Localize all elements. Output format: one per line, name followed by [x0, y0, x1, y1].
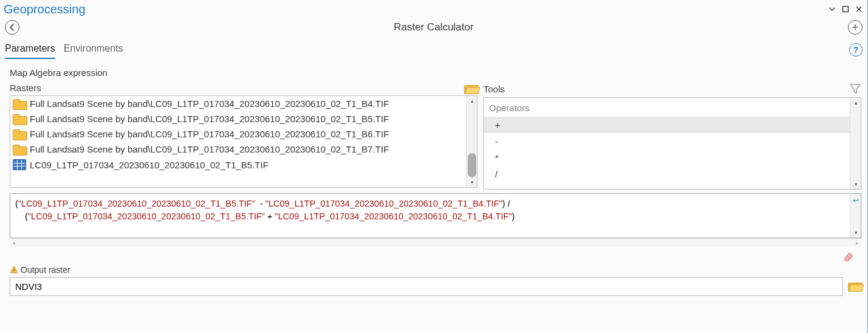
chevron-down-icon[interactable]	[829, 5, 836, 14]
close-icon[interactable]	[855, 5, 863, 14]
folder-icon	[13, 99, 26, 109]
svg-rect-2	[13, 272, 14, 272]
scroll-up-icon[interactable]: ▴	[466, 96, 477, 106]
raster-item-label: Full Landsat9 Scene by band\LC09_L1TP_01…	[30, 144, 389, 154]
help-button[interactable]: ?	[849, 43, 863, 57]
geoprocessing-pane: Geoprocessing Raster Calculator + Parame…	[0, 0, 868, 333]
map-algebra-label: Map Algebra expression	[10, 67, 861, 78]
operators-group-header: Operators	[484, 99, 850, 117]
raster-item-label: Full Landsat9 Scene by band\LC09_L1TP_01…	[30, 98, 389, 109]
tab-environments[interactable]: Environments	[64, 41, 123, 59]
expression-hscrollbar[interactable]: ◂ ▸	[10, 238, 861, 247]
raster-item-label: LC09_L1TP_017034_20230610_20230610_02_T1…	[30, 160, 268, 170]
browse-folder-icon[interactable]	[848, 281, 861, 292]
tool-header: Raster Calculator +	[0, 18, 867, 41]
scroll-thumb[interactable]	[468, 153, 476, 177]
scroll-left-icon[interactable]: ◂	[12, 239, 15, 246]
rasters-label: Rasters	[10, 83, 41, 93]
output-raster-section: Output raster	[10, 265, 861, 296]
folder-icon	[13, 129, 26, 139]
raster-list-item[interactable]: Full Landsat9 Scene by band\LC09_L1TP_01…	[10, 142, 466, 157]
scroll-down-icon[interactable]: ▾	[850, 228, 861, 238]
expression-input[interactable]: ("LC09_L1TP_017034_20230610_20230610_02_…	[10, 193, 861, 238]
scroll-up-icon[interactable]: ▴	[850, 98, 861, 108]
add-raster-folder-icon[interactable]	[464, 83, 477, 93]
folder-icon	[13, 145, 26, 154]
tools-listbox: Operators +-*/ ▴ ▾	[484, 97, 861, 190]
rasters-list[interactable]: Full Landsat9 Scene by band\LC09_L1TP_01…	[10, 96, 466, 187]
tool-name: Raster Calculator	[394, 21, 473, 33]
eraser-icon[interactable]	[841, 250, 854, 260]
expression-vscrollbar[interactable]: ↩ ▾	[850, 194, 861, 238]
raster-list-item[interactable]: LC09_L1TP_017034_20230610_20230610_02_T1…	[10, 157, 466, 173]
svg-rect-0	[843, 6, 849, 12]
tools-column: Tools Operators +-*/ ▴ ▾	[484, 83, 861, 190]
panel-title: Geoprocessing	[4, 2, 86, 16]
filter-icon[interactable]	[849, 83, 861, 95]
raster-icon	[13, 159, 26, 170]
maximize-icon[interactable]	[842, 5, 849, 14]
tabs: Parameters Environments	[5, 41, 123, 59]
rasters-column: Rasters Full Landsat9 Scene by band\LC09…	[10, 83, 477, 188]
output-raster-label: Output raster	[21, 265, 70, 275]
raster-list-item[interactable]: Full Landsat9 Scene by band\LC09_L1TP_01…	[10, 96, 466, 111]
raster-list-item[interactable]: Full Landsat9 Scene by band\LC09_L1TP_01…	[10, 126, 466, 142]
scroll-down-icon[interactable]: ▾	[850, 179, 861, 189]
window-controls	[829, 5, 863, 14]
rasters-scrollbar[interactable]: ▴ ▾	[466, 96, 477, 187]
operator-item[interactable]: /	[484, 166, 850, 182]
tab-parameters[interactable]: Parameters	[5, 41, 55, 59]
raster-item-label: Full Landsat9 Scene by band\LC09_L1TP_01…	[30, 129, 389, 139]
warning-icon	[10, 266, 18, 274]
titlebar: Geoprocessing	[0, 0, 867, 18]
operator-item[interactable]: -	[484, 133, 850, 149]
word-wrap-icon[interactable]: ↩	[853, 196, 859, 205]
tools-label: Tools	[484, 84, 505, 94]
parameters-body: Map Algebra expression Rasters Full Land…	[0, 59, 867, 296]
tools-scrollbar[interactable]: ▴ ▾	[850, 98, 861, 189]
operator-item[interactable]: +	[484, 117, 850, 133]
tabs-row: Parameters Environments ?	[0, 41, 867, 59]
raster-list-item[interactable]: Full Landsat9 Scene by band\LC09_L1TP_01…	[10, 111, 466, 126]
back-button[interactable]	[5, 20, 19, 35]
svg-rect-1	[13, 269, 14, 271]
add-button[interactable]: +	[848, 20, 863, 35]
folder-icon	[13, 114, 26, 124]
tools-list[interactable]: Operators +-*/	[484, 98, 850, 189]
raster-item-label: Full Landsat9 Scene by band\LC09_L1TP_01…	[30, 114, 389, 124]
output-raster-input[interactable]	[10, 277, 843, 296]
rasters-listbox: Full Landsat9 Scene by band\LC09_L1TP_01…	[10, 95, 477, 188]
operator-item[interactable]: *	[484, 149, 850, 166]
expression-text[interactable]: ("LC09_L1TP_017034_20230610_20230610_02_…	[10, 194, 850, 238]
scroll-down-icon[interactable]: ▾	[466, 177, 477, 187]
scroll-right-icon[interactable]: ▸	[856, 239, 859, 246]
